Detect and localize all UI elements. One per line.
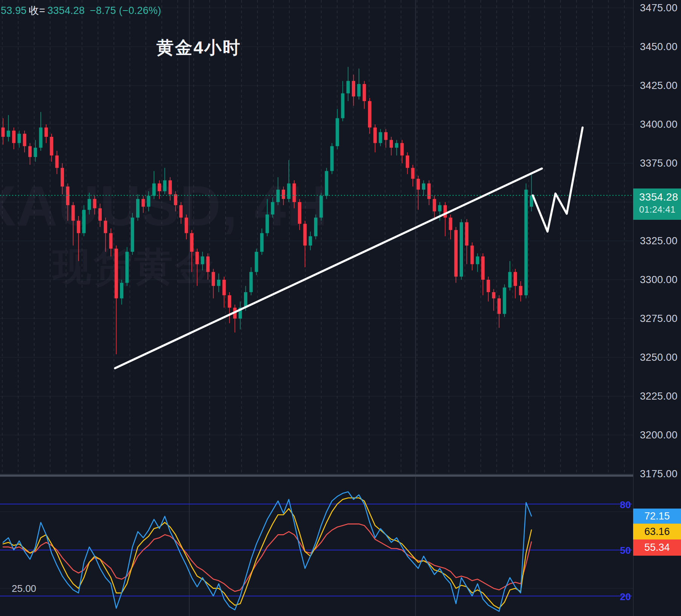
candle-body bbox=[379, 132, 382, 143]
candle-body bbox=[368, 101, 371, 127]
price-axis-label: 3225.00 bbox=[640, 391, 678, 402]
candle-body bbox=[249, 272, 253, 292]
candle-body bbox=[433, 199, 436, 211]
sub-axis-25-label: 25.00 bbox=[12, 583, 36, 595]
chart-title-annotation[interactable]: 黄金4小时 bbox=[156, 36, 241, 60]
candle-body bbox=[417, 179, 420, 190]
candle-body bbox=[438, 205, 442, 211]
candle-body bbox=[357, 84, 360, 97]
candle-body bbox=[131, 218, 134, 252]
pane-resize-handle[interactable] bbox=[0, 474, 681, 477]
candle-body bbox=[185, 218, 188, 233]
candle-body bbox=[390, 140, 393, 148]
candle-body bbox=[287, 184, 290, 199]
level-20-label: 20 bbox=[620, 591, 631, 603]
candle-body bbox=[34, 148, 37, 157]
candle-body bbox=[314, 218, 317, 236]
candle-body bbox=[228, 295, 231, 308]
change-value: −8.75 (−0.26%) bbox=[90, 5, 161, 16]
price-axis-label: 3375.00 bbox=[640, 158, 678, 169]
ohlc-low-fragment: 53.95 bbox=[1, 5, 27, 16]
candle-body bbox=[163, 180, 167, 191]
chart-application: XAUUSD, 4H现货黄金 53.95收=3354.28 −8.75 (−0.… bbox=[0, 0, 681, 616]
price-axis-label: 3450.00 bbox=[640, 41, 678, 53]
candle-body bbox=[293, 184, 296, 202]
candle-body bbox=[492, 292, 495, 298]
candle-body bbox=[427, 184, 431, 199]
candle-body bbox=[206, 256, 210, 272]
price-axis-label: 3475.00 bbox=[640, 2, 678, 14]
candle-body bbox=[373, 127, 377, 143]
candle-body bbox=[330, 146, 334, 171]
price-axis-label: 3300.00 bbox=[640, 274, 678, 286]
candle-body bbox=[476, 256, 479, 264]
candle-body bbox=[255, 252, 258, 272]
candle-body bbox=[152, 184, 156, 196]
candle-body bbox=[98, 208, 102, 221]
candle-body bbox=[363, 84, 366, 101]
candle-body bbox=[17, 134, 21, 143]
candle-body bbox=[514, 272, 517, 286]
candle-body bbox=[28, 146, 32, 157]
level-50-label: 50 bbox=[620, 545, 631, 556]
candle-body bbox=[104, 221, 107, 233]
price-axis-label: 3200.00 bbox=[640, 429, 678, 441]
price-axis-label: 3275.00 bbox=[640, 313, 678, 325]
candle-body bbox=[125, 252, 129, 283]
candle-body bbox=[212, 272, 215, 286]
candle-body bbox=[443, 205, 447, 218]
candle-body bbox=[7, 130, 10, 136]
close-value: 3354.28 bbox=[48, 5, 85, 16]
oscillator-line-fast bbox=[3, 492, 531, 611]
price-axis-label: 3425.00 bbox=[640, 80, 678, 92]
candle-body bbox=[265, 215, 269, 233]
candle-body bbox=[325, 171, 328, 196]
candle-body bbox=[276, 190, 280, 202]
current-price-value: 3354.28 bbox=[633, 188, 681, 203]
candle-body bbox=[319, 196, 323, 218]
main-chart-canvas[interactable]: XAUUSD, 4H现货黄金 bbox=[0, 0, 681, 474]
close-label: 收= bbox=[29, 5, 45, 16]
candle-body bbox=[352, 81, 355, 97]
candle-body bbox=[271, 202, 275, 215]
candle-body bbox=[174, 194, 177, 205]
candle-body bbox=[411, 168, 414, 179]
candle-body bbox=[50, 137, 53, 155]
level-80-label: 80 bbox=[620, 499, 631, 511]
price-axis-label: 3325.00 bbox=[640, 235, 678, 247]
candle-body bbox=[115, 249, 118, 299]
candle-body bbox=[471, 245, 474, 264]
candle-body bbox=[201, 256, 204, 264]
candle-body bbox=[384, 132, 388, 140]
oscillator-slow-value-badge: 55.34 bbox=[633, 539, 681, 556]
candle-body bbox=[87, 199, 91, 210]
bar-countdown-timer: 01:24:41 bbox=[633, 203, 681, 215]
oscillator-pane-canvas[interactable] bbox=[0, 477, 681, 616]
candle-body bbox=[61, 168, 64, 186]
candle-body bbox=[309, 236, 312, 246]
candle-body bbox=[222, 280, 226, 295]
price-axis-label: 3175.00 bbox=[640, 468, 678, 480]
candle-body bbox=[454, 230, 458, 277]
candle-body bbox=[298, 202, 301, 224]
candle-body bbox=[303, 224, 307, 246]
oscillator-fast-value-badge: 72.15 bbox=[633, 509, 681, 524]
candle-body bbox=[158, 184, 161, 192]
projection-zigzag-annotation[interactable] bbox=[533, 127, 583, 231]
candle-body bbox=[508, 272, 512, 287]
oscillator-line-mid bbox=[3, 498, 531, 608]
candle-body bbox=[347, 81, 350, 93]
candle-body bbox=[503, 288, 506, 314]
candle-body bbox=[465, 222, 468, 246]
candle-body bbox=[82, 210, 86, 233]
candle-body bbox=[460, 222, 463, 277]
price-axis-label: 3250.00 bbox=[640, 352, 678, 363]
candle-body bbox=[71, 205, 75, 221]
candle-body bbox=[282, 190, 285, 199]
candle-body bbox=[341, 93, 344, 118]
candle-body bbox=[190, 233, 193, 251]
candle-body bbox=[66, 187, 69, 205]
candle-body bbox=[39, 127, 43, 148]
candle-body bbox=[400, 143, 404, 155]
candle-body bbox=[44, 127, 48, 137]
